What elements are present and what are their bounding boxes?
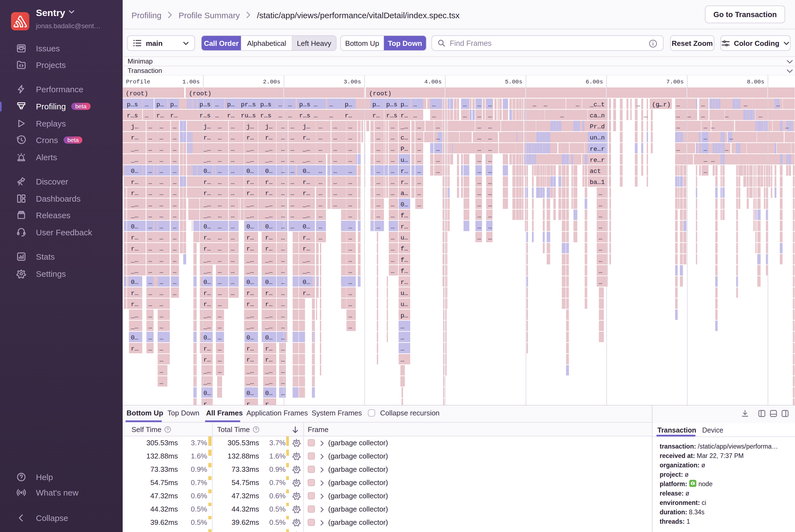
- svg-text:4.00s: 4.00s: [424, 79, 442, 85]
- svg-text:…: …: [333, 157, 337, 164]
- svg-text:…: …: [319, 157, 322, 164]
- svg-text:r…: r…: [302, 245, 310, 252]
- svg-text:1.00s: 1.00s: [182, 79, 200, 85]
- svg-text:_…: _…: [265, 201, 273, 208]
- svg-text:r…: r…: [203, 179, 211, 186]
- svg-text:…: …: [348, 123, 352, 130]
- svg-text:…: …: [281, 168, 285, 175]
- svg-text:…: …: [348, 279, 352, 286]
- svg-text:…: …: [333, 134, 337, 141]
- svg-text:…: …: [281, 368, 285, 375]
- svg-text:r…: r…: [265, 301, 273, 308]
- svg-text:…: …: [391, 134, 395, 141]
- svg-text:…: …: [391, 234, 395, 242]
- svg-text:…: …: [599, 256, 603, 264]
- svg-text:…: …: [599, 268, 603, 275]
- svg-text:(root): (root): [126, 90, 148, 97]
- svg-text:…: …: [488, 190, 492, 197]
- svg-text:…: …: [173, 212, 177, 219]
- svg-text:0…: 0…: [265, 390, 273, 397]
- svg-text:r…: r…: [400, 279, 408, 286]
- svg-text:…: …: [173, 234, 177, 242]
- svg-text:…: …: [436, 134, 440, 141]
- svg-text:…: …: [348, 301, 352, 308]
- svg-text:r…: r…: [131, 245, 138, 252]
- svg-text:…: …: [281, 290, 285, 297]
- svg-text:…: …: [160, 312, 164, 319]
- svg-text:…: …: [329, 112, 333, 119]
- svg-text:…: …: [333, 123, 337, 130]
- svg-text:…: …: [477, 212, 481, 219]
- svg-text:r…: r…: [302, 190, 310, 197]
- svg-text:_…: _…: [131, 268, 138, 275]
- svg-text:…: …: [704, 146, 707, 153]
- svg-text:…: …: [333, 179, 337, 186]
- svg-text:…: …: [319, 179, 322, 186]
- svg-text:5.00s: 5.00s: [505, 79, 522, 85]
- svg-text:r…: r…: [131, 134, 138, 141]
- svg-text:…: …: [599, 234, 603, 242]
- svg-text:r…s: r…s: [386, 112, 398, 119]
- svg-text:r…: r…: [265, 179, 273, 186]
- svg-text:…: …: [160, 256, 164, 264]
- svg-text:_…: _…: [302, 146, 310, 153]
- svg-text:…: …: [599, 190, 603, 197]
- svg-text:…: …: [218, 123, 222, 130]
- svg-text:0…: 0…: [265, 279, 273, 286]
- svg-text:r…: r…: [265, 290, 273, 297]
- svg-text:…: …: [215, 112, 219, 119]
- svg-text:…: …: [281, 356, 285, 363]
- svg-text:…: …: [160, 223, 164, 230]
- svg-text:_…: _…: [203, 323, 211, 330]
- svg-text:…: …: [231, 268, 235, 275]
- svg-text:…: …: [759, 112, 762, 119]
- svg-text:…: …: [704, 168, 707, 175]
- svg-text:…: …: [644, 112, 647, 119]
- svg-text:…: …: [391, 201, 395, 208]
- svg-text:…: …: [218, 323, 222, 330]
- svg-text:…: …: [477, 123, 481, 130]
- svg-text:…: …: [319, 234, 322, 242]
- svg-text:…: …: [218, 312, 222, 319]
- svg-text:…: …: [314, 101, 318, 108]
- svg-text:7.00s: 7.00s: [666, 79, 684, 85]
- svg-text:r…: r…: [400, 168, 408, 175]
- svg-text:2.00s: 2.00s: [263, 79, 280, 85]
- svg-text:…: …: [145, 112, 149, 119]
- svg-text:…: …: [477, 101, 481, 108]
- svg-text:…: …: [391, 212, 395, 219]
- svg-text:r…: r…: [265, 134, 273, 141]
- svg-text:p…: p…: [156, 101, 164, 108]
- svg-text:…: …: [391, 245, 395, 252]
- svg-text:…: …: [348, 323, 352, 330]
- svg-text:_…: _…: [203, 201, 211, 208]
- svg-text:0…: 0…: [400, 201, 408, 208]
- svg-text:_…: _…: [265, 212, 273, 219]
- svg-text:…: …: [231, 179, 235, 186]
- svg-text:…: …: [314, 112, 318, 119]
- svg-text:…: …: [218, 223, 222, 230]
- svg-text:…: …: [488, 134, 492, 141]
- svg-text:…: …: [533, 101, 536, 108]
- svg-text:…: …: [676, 146, 680, 153]
- svg-text:…: …: [218, 201, 222, 208]
- svg-text:…: …: [711, 157, 715, 164]
- svg-text:j…: j…: [246, 123, 254, 130]
- svg-text:…: …: [218, 301, 222, 308]
- svg-text:p…: p…: [400, 101, 408, 108]
- svg-text:_…: _…: [246, 157, 254, 164]
- svg-text:…: …: [160, 379, 164, 386]
- svg-text:…: …: [725, 146, 729, 153]
- svg-text:…: …: [377, 123, 380, 130]
- svg-text:r…: r…: [246, 401, 254, 405]
- svg-text:…: …: [218, 179, 222, 186]
- svg-text:r…: r…: [265, 356, 273, 363]
- svg-text:f…: f…: [400, 256, 408, 264]
- svg-text:j…: j…: [302, 123, 310, 130]
- svg-text:…: …: [173, 123, 177, 130]
- svg-text:…: …: [231, 212, 235, 219]
- svg-text:…: …: [218, 334, 222, 341]
- svg-text:…: …: [218, 234, 222, 242]
- svg-text:…: …: [290, 157, 295, 164]
- svg-text:…: …: [160, 290, 164, 297]
